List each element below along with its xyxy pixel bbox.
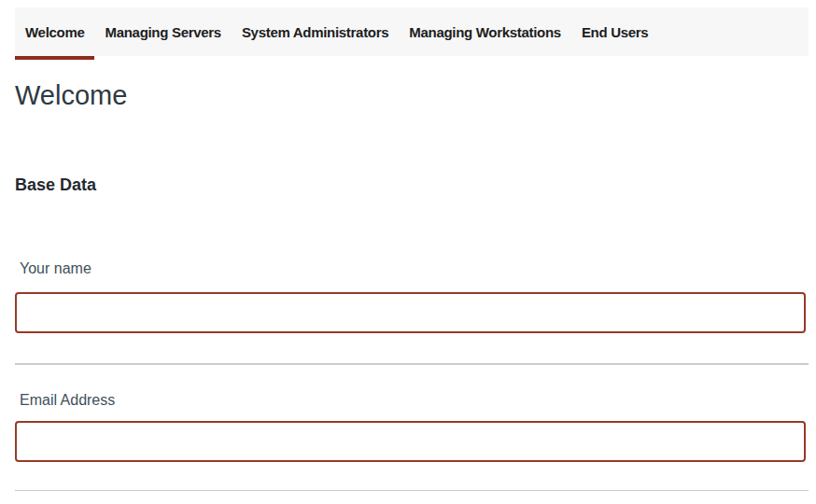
tab-system-administrators[interactable]: System Administrators (232, 7, 399, 56)
your-name-label: Your name (15, 259, 806, 278)
divider (15, 490, 809, 492)
email-address-input[interactable] (15, 421, 806, 462)
field-email-address: Email Address (15, 390, 806, 462)
page-title: Welcome (15, 80, 809, 111)
email-address-label: Email Address (15, 390, 806, 410)
tab-welcome[interactable]: Welcome (15, 7, 94, 56)
field-your-name: Your name (15, 259, 806, 333)
section-heading-base-data: Base Data (15, 175, 809, 196)
tab-end-users[interactable]: End Users (571, 7, 659, 56)
tab-bar: Welcome Managing Servers System Administ… (15, 7, 809, 56)
tab-managing-servers[interactable]: Managing Servers (94, 7, 231, 56)
tab-managing-workstations[interactable]: Managing Workstations (399, 7, 571, 56)
divider (15, 363, 809, 365)
your-name-input[interactable] (15, 292, 806, 333)
